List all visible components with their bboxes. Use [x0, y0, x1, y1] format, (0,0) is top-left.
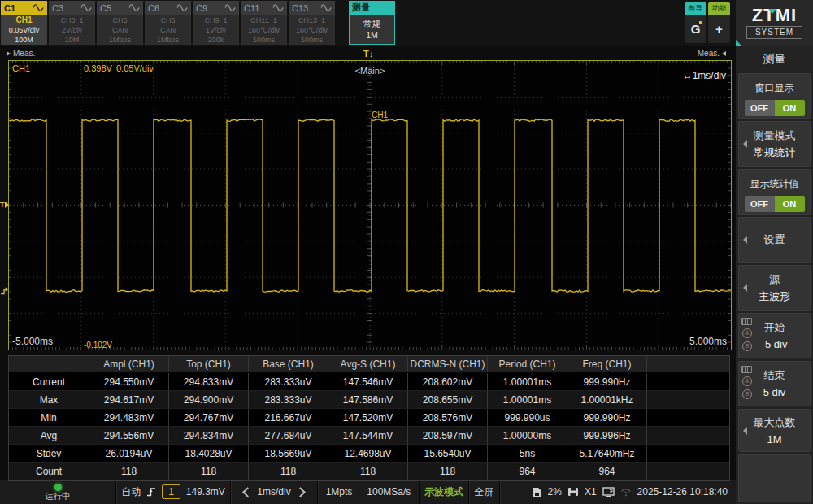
row-label: Current — [9, 373, 89, 391]
trigger-source-badge[interactable]: 1 — [162, 484, 180, 499]
tab-extra: 500ms — [253, 35, 275, 45]
table-row-count: Count118118118118118964964 — [9, 463, 729, 480]
panel-start[interactable]: A B 开始 -5 div — [738, 313, 811, 358]
panel-window-display[interactable]: 窗口显示 OFF ON — [738, 73, 811, 119]
tab-scale: CAN — [160, 25, 176, 35]
column-header: Period (CH1) — [488, 356, 567, 372]
trigger-level-readout[interactable]: 149.3mV — [186, 486, 225, 497]
triangle-left-icon — [722, 51, 726, 56]
waveform-plot[interactable]: CH1 0.398V 0.05V/div <Main> ↔1ms/div CH1… — [8, 60, 732, 350]
toggle-off[interactable]: OFF — [745, 100, 775, 116]
tab-C6[interactable]: C6 CH6 CAN 1Mbps — [145, 1, 191, 45]
max-points-label: 最大点数 — [754, 414, 796, 431]
panel-source[interactable]: 源 主波形 — [738, 265, 811, 311]
system-tray: 2% X1 2025-12-26 10:18:40 — [499, 480, 736, 504]
acquisition-section[interactable]: 1Mpts 100MSa/s — [317, 480, 419, 504]
toggle-on[interactable]: ON — [775, 100, 805, 116]
tab-scale: 160°C/div — [248, 25, 280, 35]
sample-rate: 100MSa/s — [367, 486, 411, 497]
sine-wave-icon — [80, 4, 92, 11]
tab-C9[interactable]: C9 CH9_1 1V/div 200k — [193, 1, 239, 45]
wizard-icon: G — [685, 15, 706, 43]
chevron-right-icon[interactable] — [295, 487, 306, 497]
sine-wave-icon — [272, 4, 284, 11]
scope-mode-button[interactable]: 示波模式 — [419, 480, 468, 504]
trigger-section[interactable]: 自动 1 149.3mV — [115, 480, 230, 504]
meas-handle-left[interactable]: Meas. — [7, 49, 35, 58]
tab-label: C13 — [292, 3, 308, 13]
measurement-value: 277.684uV — [249, 427, 328, 445]
table-row-avg: Avg294.556mV294.834mV277.684uV147.544mV2… — [9, 427, 729, 445]
save-icon[interactable] — [567, 487, 579, 497]
empty-cell — [647, 409, 729, 427]
measurement-value: 964 — [488, 463, 567, 480]
window-display-toggle[interactable]: OFF ON — [745, 100, 805, 116]
datetime[interactable]: 2025-12-26 10:18:40 — [637, 486, 728, 497]
measurement-value: 999.990Hz — [567, 409, 647, 427]
ground-reference-marker[interactable] — [0, 286, 9, 295]
panel-end[interactable]: A B 结束 5 div — [738, 361, 811, 406]
system-button[interactable]: SYSTEM — [746, 26, 802, 39]
wifi-icon[interactable] — [620, 488, 632, 497]
chevron-left-icon — [743, 284, 747, 292]
measurement-value: 283.333uV — [249, 373, 328, 391]
tab-label: C11 — [244, 3, 259, 13]
timebase-value[interactable]: 1ms/div — [257, 486, 290, 497]
measurement-value: 118 — [249, 463, 328, 480]
start-label: 开始 — [764, 319, 785, 336]
tab-C5[interactable]: C5 CH5 CAN 1Mbps — [97, 1, 143, 45]
keypad-icon — [741, 318, 752, 325]
trigger-level-marker[interactable]: T — [0, 201, 9, 209]
panel-measure-mode[interactable]: 测量模式 常规统计 — [738, 121, 811, 167]
toggle-on[interactable]: ON — [775, 196, 805, 212]
tab-label: C3 — [52, 3, 63, 13]
storage-icon[interactable] — [532, 487, 542, 497]
table-row-current: Current294.550mV294.833mV283.333uV147.54… — [9, 373, 729, 391]
tab-C13[interactable]: C13 CH13_1 160°C/div 500ms — [289, 1, 335, 45]
display-icon[interactable] — [602, 487, 615, 497]
trigger-mode-label[interactable]: 自动 — [121, 485, 141, 499]
measurement-value: 294.834mV — [169, 427, 249, 445]
show-stats-toggle[interactable]: OFF ON — [745, 196, 805, 212]
function-button[interactable]: 功能 + — [708, 2, 730, 43]
tab-C11[interactable]: C11 CH11_1 160°C/div 500ms — [241, 1, 287, 45]
row-label: Max — [9, 391, 89, 409]
fullscreen-button[interactable]: 全屏 — [468, 480, 499, 504]
wizard-button[interactable]: 向导 G — [685, 2, 706, 43]
row-label: Stdev — [9, 445, 89, 463]
panel-show-stats[interactable]: 显示统计值 OFF ON — [738, 169, 811, 215]
waveform-channel-tag: CH1 — [372, 111, 388, 119]
settings-label: 设置 — [739, 218, 810, 262]
trigger-position-marker[interactable]: T↓ — [363, 49, 373, 59]
meas-handle-right[interactable]: Meas. — [698, 49, 726, 58]
panel-settings[interactable]: 设置 — [738, 217, 811, 263]
measurement-value: 294.556mV — [89, 427, 169, 445]
knob-b-icon: B — [742, 341, 752, 351]
measurement-value: 18.5669uV — [249, 445, 328, 463]
end-value: 5 div — [763, 384, 785, 401]
timebase-section: 1ms/div — [230, 480, 317, 504]
tab-measure[interactable]: 测量 常规 1M — [349, 1, 395, 45]
chevron-left-icon[interactable] — [242, 487, 253, 497]
panel-max-points[interactable]: 最大点数 1M — [738, 409, 811, 452]
tab-label: C5 — [100, 3, 111, 13]
measure-points-short: 1M — [366, 29, 378, 41]
empty-cell — [647, 373, 729, 391]
measurement-value: 294.833mV — [169, 373, 249, 391]
table-row-stdev: Stdev26.0194uV18.4028uV18.5669uV12.4698u… — [9, 445, 729, 463]
table-row-min: Min294.483mV294.767mV216.667uV147.520mV2… — [9, 409, 729, 427]
brand-logo[interactable]: ZTMI SYSTEM — [736, 0, 813, 46]
toggle-off[interactable]: OFF — [745, 196, 775, 212]
column-header: Top (CH1) — [169, 356, 249, 372]
tab-label: C1 — [4, 3, 15, 13]
tab-C3[interactable]: C3 CH3_1 2V/div 10M — [49, 1, 95, 45]
sine-wave-icon — [224, 4, 236, 11]
empty-cell — [647, 463, 729, 480]
run-status[interactable]: 运行中 — [0, 480, 115, 504]
wizard-label: 向导 — [685, 2, 706, 15]
tab-C1[interactable]: C1 CH1 0.05V/div 100M — [1, 1, 47, 45]
measurement-value: 208.576mV — [408, 409, 488, 427]
empty-cell — [647, 445, 729, 463]
time-left-label: -5.000ms — [12, 336, 53, 347]
tab-extra: 1Mbps — [157, 35, 179, 45]
